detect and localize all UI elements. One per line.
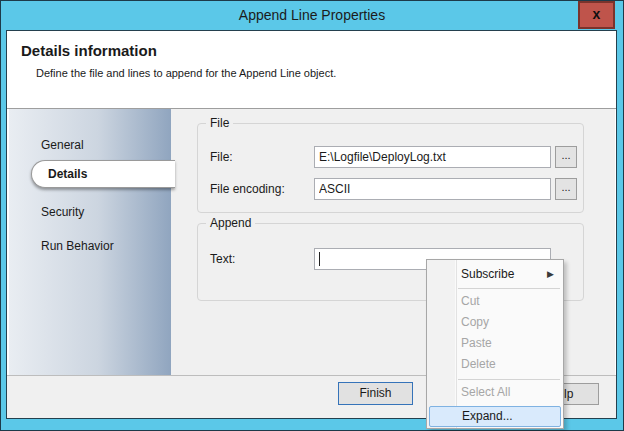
file-path-input[interactable] <box>314 146 551 168</box>
text-label: Text: <box>210 251 235 267</box>
encoding-browse-button[interactable]: ... <box>555 178 577 200</box>
sidebar-item-security[interactable]: Security <box>41 203 84 221</box>
wizard-sidebar: General Details Security Run Behavior <box>9 109 171 375</box>
close-button[interactable]: x <box>578 1 615 29</box>
menu-item-cut: Cut <box>427 291 563 312</box>
file-browse-button[interactable]: ... <box>555 146 577 168</box>
dialog-title: Append Line Properties <box>1 7 623 23</box>
close-icon: x <box>593 6 601 22</box>
menu-item-expand[interactable]: Expand... <box>429 406 561 427</box>
text-caret <box>319 252 320 266</box>
menu-item-subscribe[interactable]: Subscribe ▶ <box>427 263 563 286</box>
file-encoding-input[interactable] <box>314 178 551 200</box>
context-menu: Subscribe ▶ Cut Copy Paste Delete Select… <box>426 259 564 429</box>
menu-item-select-all: Select All <box>427 382 563 403</box>
file-encoding-label: File encoding: <box>210 181 285 197</box>
file-groupbox-legend: File <box>206 116 233 130</box>
title-bar[interactable]: Append Line Properties x <box>1 1 623 30</box>
append-line-properties-dialog: Append Line Properties x Details informa… <box>0 0 624 431</box>
file-label: File: <box>210 149 233 165</box>
sidebar-item-details[interactable]: Details <box>31 160 175 188</box>
menu-separator <box>458 379 560 380</box>
file-groupbox: File File: ... File encoding: ... <box>197 123 584 213</box>
menu-item-paste: Paste <box>427 333 563 354</box>
sidebar-item-run-behavior[interactable]: Run Behavior <box>41 237 114 255</box>
submenu-arrow-icon: ▶ <box>547 263 554 286</box>
page-title: Details information <box>21 42 157 59</box>
sidebar-item-general[interactable]: General <box>41 136 84 154</box>
menu-item-delete: Delete <box>427 354 563 375</box>
ellipsis-icon: ... <box>561 149 570 161</box>
page-subtitle: Define the file and lines to append for … <box>36 67 336 79</box>
dialog-frame: Append Line Properties x Details informa… <box>1 1 623 430</box>
finish-button[interactable]: Finish <box>338 382 413 405</box>
append-groupbox-legend: Append <box>206 216 255 230</box>
dialog-client-area: Details information Define the file and … <box>6 30 617 419</box>
menu-item-copy: Copy <box>427 312 563 333</box>
ellipsis-icon: ... <box>561 181 570 193</box>
menu-separator <box>458 288 560 289</box>
